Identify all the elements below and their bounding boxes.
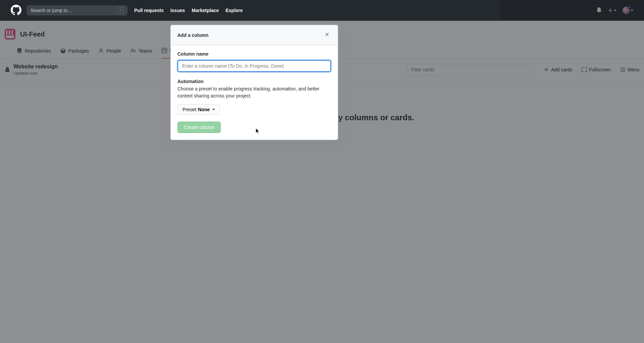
column-name-input[interactable] [177, 60, 331, 72]
automation-heading: Automation [177, 79, 331, 84]
preset-label-prefix: Preset: [182, 107, 197, 112]
preset-value: None [198, 107, 210, 112]
preset-dropdown[interactable]: Preset: None [177, 104, 220, 115]
dialog-title: Add a column [177, 32, 209, 38]
close-button[interactable] [323, 30, 331, 40]
close-icon [324, 32, 330, 37]
topbar-nav: Pull requests Issues Marketplace Explore [134, 8, 243, 13]
nav-marketplace[interactable]: Marketplace [192, 8, 219, 13]
automation-description: Choose a preset to enable progress track… [177, 85, 331, 99]
caret-down-icon [212, 109, 215, 110]
github-logo[interactable] [11, 5, 21, 16]
dialog-header: Add a column [171, 25, 338, 45]
search-slash-key: / [117, 7, 124, 14]
github-mark-icon [11, 5, 21, 15]
modal-overlay-top [500, 0, 644, 21]
nav-issues[interactable]: Issues [170, 8, 185, 13]
create-column-button[interactable]: Create column [177, 122, 221, 133]
nav-pull-requests[interactable]: Pull requests [134, 8, 164, 13]
search-placeholder-text: Search or jump to… [31, 8, 72, 13]
add-column-dialog: Add a column Column name Automation Choo… [170, 25, 338, 140]
column-name-label: Column name [177, 51, 331, 57]
dialog-body: Column name Automation Choose a preset t… [171, 45, 338, 140]
nav-explore[interactable]: Explore [225, 8, 243, 13]
search-input[interactable]: Search or jump to… / [27, 5, 127, 15]
